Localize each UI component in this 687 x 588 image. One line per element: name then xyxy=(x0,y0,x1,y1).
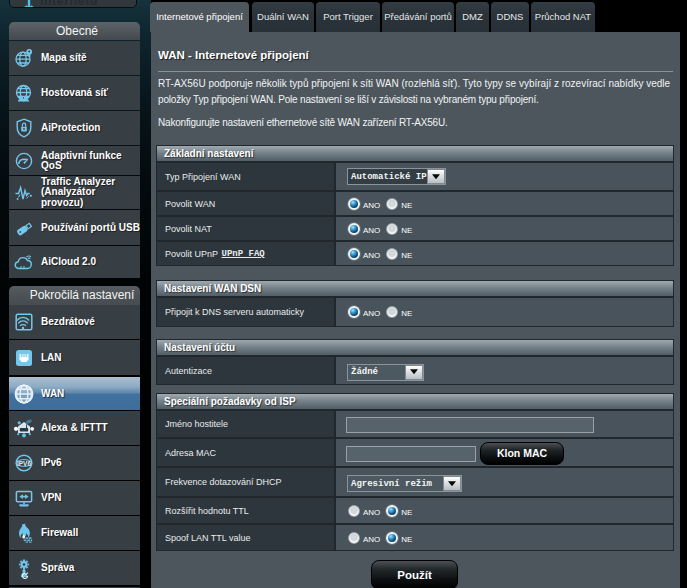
svg-text:IPV6: IPV6 xyxy=(17,460,31,467)
